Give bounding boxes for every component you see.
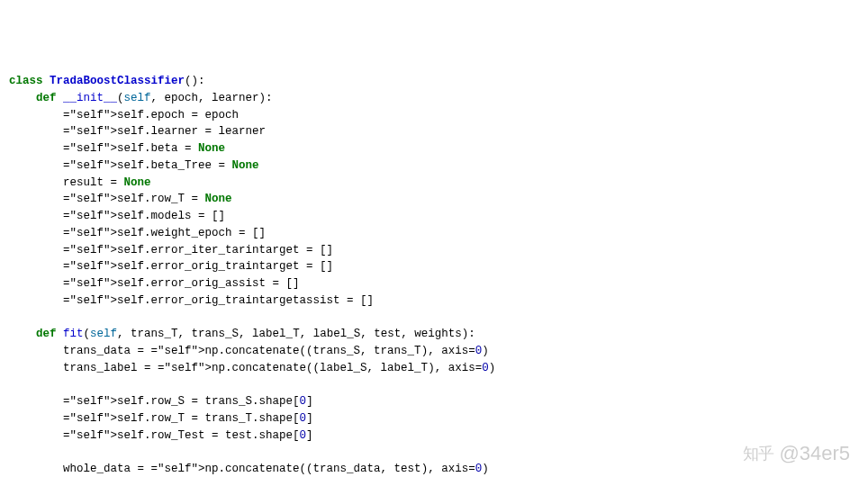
code-block: class TradaBoostClassifier(): def __init… [9, 73, 859, 477]
watermark: 知乎@34er5 [743, 438, 850, 468]
watermark-handle: @34er5 [779, 442, 850, 464]
zhihu-logo: 知乎 [743, 442, 773, 466]
